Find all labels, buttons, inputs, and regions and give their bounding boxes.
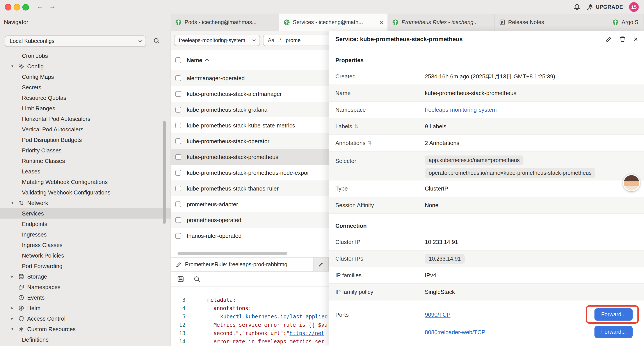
row-checkbox[interactable] xyxy=(175,170,181,175)
table-row[interactable]: kube-prometheus-stack-thanos-ruler xyxy=(171,180,329,196)
regex-toggle[interactable]: .* xyxy=(278,37,282,43)
table-row[interactable]: kube-prometheus-stack-operator xyxy=(171,133,329,149)
close-window-button[interactable] xyxy=(5,4,12,10)
close-icon[interactable]: × xyxy=(634,35,638,43)
namespace-selector[interactable]: freeleaps-monitoring-system xyxy=(174,34,260,46)
yaml-annotation-key: kubectl.kubernetes.io/last-applied-co xyxy=(207,313,329,321)
sidebar-item-custom-resources[interactable]: ▾ Custom Resources xyxy=(0,324,170,334)
match-case-toggle[interactable]: Aa xyxy=(268,37,274,43)
sidebar-item-config-maps[interactable]: Config Maps xyxy=(0,71,170,82)
sidebar-item-services[interactable]: Services xyxy=(0,208,170,219)
kubeconfig-selector[interactable]: Local Kubeconfigs xyxy=(5,35,146,47)
sidebar-item-network[interactable]: ▾ Network xyxy=(0,198,170,208)
upgrade-button[interactable]: UPGRADE xyxy=(586,3,623,10)
search-icon[interactable] xyxy=(154,38,160,44)
tab-pods[interactable]: Pods - icecheng@mathmas... xyxy=(171,13,279,31)
sidebar-item-vertical-pod-autoscalers[interactable]: Vertical Pod Autoscalers xyxy=(0,124,170,134)
row-checkbox[interactable] xyxy=(175,185,181,191)
forward-button[interactable]: → xyxy=(49,2,56,10)
expand-collapse-icon[interactable]: ⇅ xyxy=(354,123,358,129)
sidebar-item-leases[interactable]: Leases xyxy=(0,166,170,177)
minimize-window-button[interactable] xyxy=(14,4,20,10)
pencil-icon xyxy=(319,262,323,267)
sidebar-item-ingresses[interactable]: Ingresses xyxy=(0,229,170,240)
yaml-editor[interactable]: 3metadata: 4annotations: 5kubectl.kubern… xyxy=(171,287,329,346)
select-all-checkbox[interactable] xyxy=(175,57,181,63)
row-checkbox[interactable] xyxy=(175,75,181,81)
sidebar-item-events[interactable]: Events xyxy=(0,292,170,303)
table-row[interactable]: kube-prometheus-stack-grafana xyxy=(171,102,329,117)
tab-argo[interactable]: Argo S xyxy=(608,13,644,31)
row-checkbox[interactable] xyxy=(175,217,181,223)
sidebar-item-helm[interactable]: ▸ Helm xyxy=(0,303,170,313)
sidebar-item-endpoints[interactable]: Endpoints xyxy=(0,219,170,229)
horizontal-scrollbar[interactable] xyxy=(178,252,287,255)
profile-badge[interactable]: 15 xyxy=(629,2,639,11)
sort-ascending-icon[interactable] xyxy=(205,59,209,61)
table-row[interactable]: prometheus-operated xyxy=(171,212,329,228)
sidebar-item-limit-ranges[interactable]: Limit Ranges xyxy=(0,103,170,113)
tab-bar: Pods - icecheng@mathmas... Services - ic… xyxy=(171,13,644,31)
forward-port-button[interactable]: Forward... xyxy=(594,326,632,338)
detail-header: Service: kube-prometheus-stack-prometheu… xyxy=(329,31,644,48)
forward-port-button[interactable]: Forward... xyxy=(594,308,632,321)
row-checkbox[interactable] xyxy=(175,201,181,207)
table-row[interactable]: thanos-ruler-operated xyxy=(171,228,329,244)
zoom-window-button[interactable] xyxy=(22,4,29,10)
notifications-bell-icon[interactable] xyxy=(574,3,580,10)
row-checkbox[interactable] xyxy=(175,138,181,144)
table-row[interactable]: alertmanager-operated xyxy=(171,70,329,86)
yaml-key: annotations: xyxy=(207,304,252,313)
row-checkbox[interactable] xyxy=(175,233,181,239)
editor-tab-prometheusrule[interactable]: PrometheusRule: freeleaps-prod-rabbitmq xyxy=(171,258,314,271)
tab-prometheus-rules[interactable]: Prometheus Rules - icecheng... xyxy=(388,13,495,31)
search-icon[interactable] xyxy=(194,276,200,282)
table-row[interactable]: kube-prometheus-stack-kube-state-metrics xyxy=(171,117,329,133)
save-icon[interactable] xyxy=(177,276,184,283)
editor-tab-partial[interactable] xyxy=(314,258,329,271)
sidebar-item-resource-quotas[interactable]: Resource Quotas xyxy=(0,92,170,103)
search-input[interactable]: Aa .* prome xyxy=(263,34,329,46)
detail-row-labels: Labels ⇅ 9 Labels xyxy=(329,118,644,135)
detail-row-ip-families: IP families IPv4 xyxy=(329,267,644,284)
sidebar-item-namespaces[interactable]: Namespaces xyxy=(0,282,170,292)
sidebar-item-network-policies[interactable]: Network Policies xyxy=(0,250,170,261)
sidebar-item-secrets[interactable]: Secrets xyxy=(0,82,170,92)
sidebar-item-port-forwarding[interactable]: Port Forwarding xyxy=(0,261,170,271)
namespace-link[interactable]: freeleaps-monitoring-system xyxy=(425,106,497,113)
sidebar-item-pod-disruption-budgets[interactable]: Pod Disruption Budgets xyxy=(0,134,170,145)
edit-icon[interactable] xyxy=(606,36,612,42)
sidebar-item-access-control[interactable]: ▸ Access Control xyxy=(0,313,170,324)
tab-services[interactable]: Services - icecheng@math... × xyxy=(279,13,388,31)
detail-row-cluster-ip: Cluster IP 10.233.14.91 xyxy=(329,234,644,251)
tab-release-notes[interactable]: Release Notes xyxy=(495,13,608,31)
expand-collapse-icon[interactable]: ⇅ xyxy=(368,140,372,146)
table-row[interactable]: prometheus-adapter xyxy=(171,196,329,212)
sidebar-item-ingress-classes[interactable]: Ingress Classes xyxy=(0,240,170,250)
close-tab-icon[interactable]: × xyxy=(377,19,383,26)
port-link-9090[interactable]: 9090/TCP xyxy=(425,311,450,318)
table-row-selected[interactable]: kube-prometheus-stack-prometheus xyxy=(171,149,329,165)
sidebar-item-runtime-classes[interactable]: Runtime Classes xyxy=(0,155,170,166)
sidebar-item-storage[interactable]: ▸ Storage xyxy=(0,271,170,282)
row-checkbox[interactable] xyxy=(175,91,181,97)
port-link-8080[interactable]: 8080:reloader-web/TCP xyxy=(425,329,485,335)
row-checkbox[interactable] xyxy=(175,107,181,112)
sidebar-item-cron-jobs[interactable]: Cron Jobs xyxy=(0,50,170,61)
row-checkbox[interactable] xyxy=(175,122,181,128)
table-row[interactable]: kube-prometheus-stack-alertmanager xyxy=(171,86,329,102)
sidebar-item-mutating-webhook-configurations[interactable]: Mutating Webhook Configurations xyxy=(0,177,170,187)
sidebar-item-priority-classes[interactable]: Priority Classes xyxy=(0,145,170,155)
delete-icon[interactable] xyxy=(620,36,626,42)
row-checkbox[interactable] xyxy=(175,154,181,160)
detail-row-type: Type ClusterIP xyxy=(329,180,644,197)
back-button[interactable]: ← xyxy=(37,2,44,10)
table-row[interactable]: kube-prometheus-stack-prometheus-node-ex… xyxy=(171,165,329,180)
sidebar-scrollbar[interactable] xyxy=(163,121,166,224)
user-avatar[interactable] xyxy=(623,174,640,191)
sidebar-item-horizontal-pod-autoscalers[interactable]: Horizontal Pod Autoscalers xyxy=(0,113,170,124)
sidebar-item-definitions[interactable]: Definitions xyxy=(0,334,170,345)
sidebar-item-config[interactable]: ▾ Config xyxy=(0,61,170,71)
sidebar-item-validating-webhook-configurations[interactable]: Validating Webhook Configurations xyxy=(0,187,170,198)
name-column-header[interactable]: Name xyxy=(187,57,202,63)
